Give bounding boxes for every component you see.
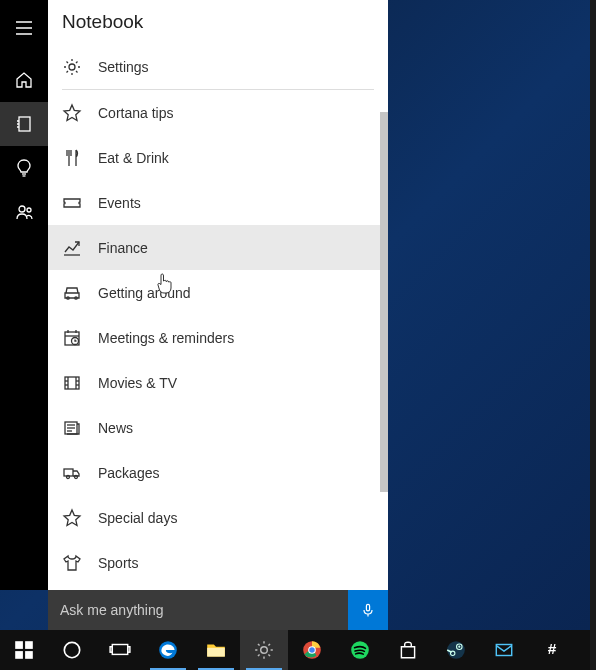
calendar-clock-icon xyxy=(62,328,82,348)
cortana-sidebar xyxy=(0,0,48,590)
scrollbar-thumb[interactable] xyxy=(380,112,388,492)
svg-rect-36 xyxy=(25,641,33,649)
svg-text:#: # xyxy=(548,640,557,657)
svg-point-49 xyxy=(447,641,465,659)
fork-knife-icon xyxy=(62,148,82,168)
svg-rect-33 xyxy=(366,604,369,610)
chrome-browser[interactable] xyxy=(288,630,336,670)
scrollbar[interactable] xyxy=(380,44,388,590)
edge-browser[interactable] xyxy=(144,630,192,670)
list-item-label: Sports xyxy=(98,555,138,571)
newspaper-icon xyxy=(62,418,82,438)
svg-rect-35 xyxy=(15,641,23,649)
notebook-panel: Notebook Settings Cortana tips Eat & Dri… xyxy=(48,0,388,590)
svg-point-44 xyxy=(261,647,268,654)
svg-point-39 xyxy=(64,642,79,657)
car-icon xyxy=(62,283,82,303)
list-item-label: Cortana tips xyxy=(98,105,173,121)
list-item-getting-around[interactable]: Getting around xyxy=(48,270,388,315)
list-item-movies-tv[interactable]: Movies & TV xyxy=(48,360,388,405)
svg-rect-53 xyxy=(496,645,511,656)
list-item-label: Finance xyxy=(98,240,148,256)
hamburger-menu[interactable] xyxy=(0,6,48,50)
svg-rect-38 xyxy=(25,651,33,659)
notebook-button[interactable] xyxy=(0,102,48,146)
tshirt-icon xyxy=(62,553,82,573)
list-item-label: Packages xyxy=(98,465,159,481)
chart-line-icon xyxy=(62,238,82,258)
desktop-edge xyxy=(590,0,596,670)
cortana-button[interactable] xyxy=(48,630,96,670)
settings-app[interactable] xyxy=(240,630,288,670)
list-item-label: Special days xyxy=(98,510,177,526)
svg-point-10 xyxy=(27,208,31,212)
list-item-settings[interactable]: Settings xyxy=(48,44,388,89)
list-item-cortana-tips[interactable]: Cortana tips xyxy=(48,90,388,135)
file-explorer[interactable] xyxy=(192,630,240,670)
svg-rect-40 xyxy=(112,645,127,655)
cortana-search-bar xyxy=(48,590,388,630)
list-item-packages[interactable]: Packages xyxy=(48,450,388,495)
svg-point-47 xyxy=(309,647,315,653)
steam-app[interactable] xyxy=(432,630,480,670)
list-item-label: Settings xyxy=(98,59,149,75)
list-item-label: Movies & TV xyxy=(98,375,177,391)
list-item-label: Getting around xyxy=(98,285,191,301)
list-item-meetings[interactable]: Meetings & reminders xyxy=(48,315,388,360)
list-item-finance[interactable]: Finance xyxy=(48,225,388,270)
spotify-app[interactable] xyxy=(336,630,384,670)
panel-title: Notebook xyxy=(48,0,388,44)
star-icon xyxy=(62,103,82,123)
notebook-list: Settings Cortana tips Eat & Drink Events xyxy=(48,44,388,590)
film-icon xyxy=(62,373,82,393)
list-item-label: Meetings & reminders xyxy=(98,330,234,346)
search-input[interactable] xyxy=(48,590,348,630)
svg-rect-42 xyxy=(128,647,130,653)
taskbar: # xyxy=(0,630,596,670)
mic-button[interactable] xyxy=(348,590,388,630)
list-item-eat-drink[interactable]: Eat & Drink xyxy=(48,135,388,180)
list-item-special-days[interactable]: Special days xyxy=(48,495,388,540)
list-item-news[interactable]: News xyxy=(48,405,388,450)
svg-point-11 xyxy=(69,64,75,70)
svg-point-51 xyxy=(458,646,460,648)
list-item-label: News xyxy=(98,420,133,436)
svg-rect-37 xyxy=(15,651,23,659)
svg-rect-41 xyxy=(110,647,112,653)
list-item-label: Events xyxy=(98,195,141,211)
list-item-label: Eat & Drink xyxy=(98,150,169,166)
svg-point-9 xyxy=(19,206,25,212)
slack-app[interactable]: # xyxy=(528,630,576,670)
store-app[interactable] xyxy=(384,630,432,670)
ticket-icon xyxy=(62,193,82,213)
svg-point-31 xyxy=(67,475,70,478)
insights-button[interactable] xyxy=(0,146,48,190)
people-button[interactable] xyxy=(0,190,48,234)
svg-rect-3 xyxy=(19,117,30,131)
home-button[interactable] xyxy=(0,58,48,102)
start-button[interactable] xyxy=(0,630,48,670)
mail-app[interactable] xyxy=(480,630,528,670)
list-item-sports[interactable]: Sports xyxy=(48,540,388,585)
svg-point-32 xyxy=(75,475,78,478)
list-item-events[interactable]: Events xyxy=(48,180,388,225)
truck-icon xyxy=(62,463,82,483)
svg-rect-19 xyxy=(65,377,79,389)
gear-icon xyxy=(62,57,82,77)
star-icon xyxy=(62,508,82,528)
taskview-button[interactable] xyxy=(96,630,144,670)
